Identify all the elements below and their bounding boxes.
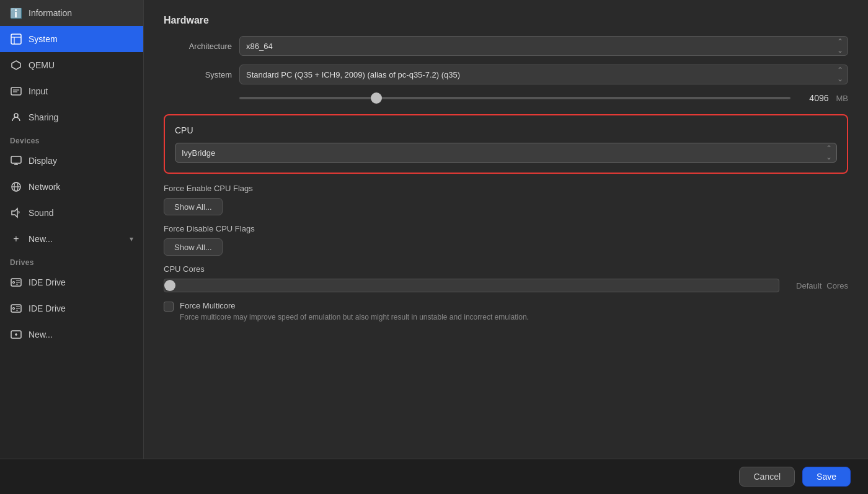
sidebar-item-sound-label: Sound — [29, 208, 53, 218]
sharing-icon — [10, 111, 22, 124]
sidebar-item-ide-drive-1[interactable]: IDE Drive — [0, 269, 143, 295]
input-icon — [10, 85, 22, 97]
cores-slider[interactable] — [164, 279, 779, 292]
display-icon — [10, 155, 22, 167]
svg-marker-14 — [12, 209, 17, 217]
content-area: Hardware Architecture x86_64 ⌃⌄ System S… — [144, 0, 868, 459]
force-multicore-desc: Force multicore may improve speed of emu… — [180, 313, 529, 321]
architecture-select-wrapper: x86_64 ⌃⌄ — [239, 36, 848, 56]
system-select-wrapper: Standard PC (Q35 + ICH9, 2009) (alias of… — [239, 65, 848, 84]
network-icon — [10, 181, 22, 193]
hardware-title: Hardware — [164, 15, 848, 26]
sidebar-item-new-drive-label: New... — [29, 330, 53, 339]
cores-label: Cores — [826, 281, 848, 290]
architecture-label: Architecture — [164, 42, 232, 51]
cpu-select-wrapper: IvyBridge ⌃⌄ — [175, 143, 837, 163]
svg-rect-4 — [11, 88, 21, 95]
cpu-cores-label: CPU Cores — [164, 264, 848, 274]
sidebar-item-new-device-label: New... — [29, 234, 53, 244]
drives-section-label: Drives — [0, 252, 143, 269]
sidebar-item-display[interactable]: Display — [0, 148, 143, 174]
force-disable-section: Force Disable CPU Flags Show All... — [164, 224, 848, 256]
sidebar-item-information-label: Information — [29, 8, 72, 18]
ide-drive-2-icon — [10, 302, 22, 315]
sidebar-item-new-device[interactable]: + New... ▾ — [0, 226, 143, 252]
sidebar-item-ide-drive-2-label: IDE Drive — [29, 303, 66, 313]
svg-point-16 — [13, 282, 15, 284]
ide-drive-1-icon — [10, 276, 22, 289]
memory-slider[interactable] — [239, 97, 790, 99]
sidebar: ℹ️ Information System QEMU — [0, 0, 144, 459]
show-all-disable-button[interactable]: Show All... — [164, 238, 223, 256]
sidebar-item-system-label: System — [29, 34, 58, 44]
svg-rect-8 — [11, 156, 21, 163]
svg-point-21 — [13, 308, 15, 310]
force-enable-label: Force Enable CPU Flags — [164, 184, 848, 193]
sidebar-item-ide-drive-2[interactable]: IDE Drive — [0, 295, 143, 321]
sidebar-item-sound[interactable]: Sound — [0, 200, 143, 226]
devices-section-label: Devices — [0, 130, 143, 148]
chevron-down-icon: ▾ — [130, 235, 133, 243]
sidebar-item-ide-drive-1-label: IDE Drive — [29, 277, 66, 287]
show-all-enable-button[interactable]: Show All... — [164, 198, 223, 215]
memory-value: 4096 — [798, 93, 829, 103]
sidebar-item-sharing[interactable]: Sharing — [0, 104, 143, 130]
cpu-box: CPU IvyBridge ⌃⌄ — [164, 114, 848, 174]
architecture-row: Architecture x86_64 ⌃⌄ — [164, 36, 848, 56]
system-row: System Standard PC (Q35 + ICH9, 2009) (a… — [164, 65, 848, 84]
svg-point-7 — [14, 114, 18, 117]
force-enable-section: Force Enable CPU Flags Show All... — [164, 184, 848, 215]
sidebar-item-new-drive[interactable]: New... — [0, 321, 143, 348]
memory-row: 4096 MB — [164, 93, 848, 103]
new-drive-icon — [10, 328, 22, 341]
sound-icon — [10, 207, 22, 219]
new-device-icon: + — [10, 233, 22, 245]
sidebar-item-sharing-label: Sharing — [29, 112, 58, 122]
force-multicore-label: Force Multicore — [180, 301, 529, 310]
sidebar-item-information[interactable]: ℹ️ Information — [0, 0, 143, 26]
sidebar-item-qemu[interactable]: QEMU — [0, 52, 143, 78]
system-select[interactable]: Standard PC (Q35 + ICH9, 2009) (alias of… — [239, 65, 848, 84]
architecture-select[interactable]: x86_64 — [239, 36, 848, 56]
system-label: System — [164, 70, 232, 79]
svg-marker-3 — [12, 61, 20, 70]
memory-unit: MB — [836, 94, 849, 103]
svg-rect-0 — [11, 34, 21, 44]
sidebar-item-qemu-label: QEMU — [29, 60, 55, 70]
cores-slider-row: Default Cores — [164, 279, 848, 292]
sidebar-item-system[interactable]: System — [0, 26, 143, 52]
sidebar-item-network[interactable]: Network — [0, 174, 143, 200]
cancel-button[interactable]: Cancel — [739, 467, 795, 487]
cpu-select[interactable]: IvyBridge — [175, 143, 837, 163]
cpu-cores-section: CPU Cores Default Cores — [164, 264, 848, 292]
sidebar-item-input[interactable]: Input — [0, 78, 143, 104]
sidebar-item-display-label: Display — [29, 156, 57, 166]
force-multicore-checkbox[interactable] — [164, 302, 174, 312]
system-icon — [10, 33, 22, 45]
information-icon: ℹ️ — [10, 7, 22, 19]
force-multicore-row: Force Multicore Force multicore may impr… — [164, 301, 848, 321]
qemu-icon — [10, 59, 22, 71]
save-button[interactable]: Save — [802, 467, 851, 487]
force-disable-label: Force Disable CPU Flags — [164, 224, 848, 233]
sidebar-item-network-label: Network — [29, 182, 60, 192]
cores-default-label: Default — [784, 281, 822, 290]
cpu-section-title: CPU — [175, 125, 837, 135]
footer: Cancel Save — [0, 459, 868, 494]
sidebar-item-input-label: Input — [29, 86, 48, 96]
